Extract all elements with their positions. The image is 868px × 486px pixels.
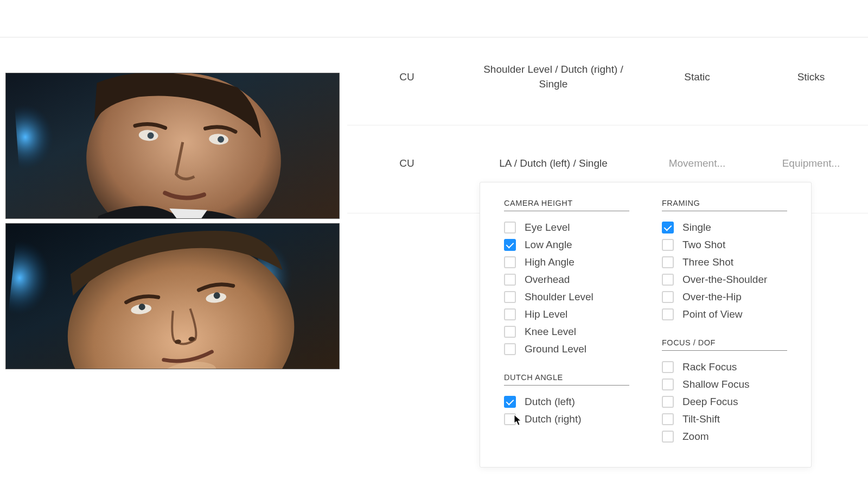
option-ground-level[interactable]: Ground Level xyxy=(504,340,629,358)
option-label: Two Shot xyxy=(682,239,725,251)
shot-size-value: CU xyxy=(399,71,414,83)
section-header-camera-height: CAMERA HEIGHT xyxy=(504,199,629,211)
row-divider xyxy=(347,125,868,125)
checkbox-over-the-hip[interactable] xyxy=(662,291,674,303)
checkbox-two-shot[interactable] xyxy=(662,239,674,251)
option-label: Shoulder Level xyxy=(525,291,593,303)
shot-equipment-placeholder: Equipment... xyxy=(782,157,840,169)
shot-movement-placeholder: Movement... xyxy=(669,157,726,169)
option-deep-focus[interactable]: Deep Focus xyxy=(662,393,787,411)
shot-row-2[interactable]: CU LA / Dutch (left) / Single Movement..… xyxy=(347,156,868,171)
checkbox-shallow-focus[interactable] xyxy=(662,378,674,390)
divider-top xyxy=(0,37,868,37)
option-label: Dutch (right) xyxy=(525,413,582,425)
shot-angle-value: Shoulder Level / Dutch (right) / Single xyxy=(483,64,623,90)
film-still-1[interactable] xyxy=(5,73,340,219)
option-label: Rack Focus xyxy=(682,361,737,373)
option-low-angle[interactable]: Low Angle xyxy=(504,236,629,254)
checkbox-dutch-left[interactable] xyxy=(504,396,516,408)
option-tilt-shift[interactable]: Tilt-Shift xyxy=(662,411,787,428)
option-label: Point of View xyxy=(682,308,743,320)
shot-equipment-cell[interactable]: Equipment... xyxy=(754,157,868,169)
option-two-shot[interactable]: Two Shot xyxy=(662,236,787,254)
shot-movement-cell[interactable]: Movement... xyxy=(640,157,754,169)
shot-equipment-cell[interactable]: Sticks xyxy=(754,71,868,83)
thumbnail-column xyxy=(5,73,340,374)
checkbox-high-angle[interactable] xyxy=(504,256,516,268)
shot-angle-value: LA / Dutch (left) / Single xyxy=(499,157,608,169)
option-three-shot[interactable]: Three Shot xyxy=(662,254,787,271)
checkbox-knee-level[interactable] xyxy=(504,326,516,338)
shot-size-value: CU xyxy=(399,157,414,169)
option-dutch-left[interactable]: Dutch (left) xyxy=(504,393,629,411)
option-label: Shallow Focus xyxy=(682,378,750,390)
option-over-the-shoulder[interactable]: Over-the-Shoulder xyxy=(662,271,787,288)
option-label: Over-the-Shoulder xyxy=(682,274,767,286)
film-still-2[interactable] xyxy=(5,223,340,369)
option-knee-level[interactable]: Knee Level xyxy=(504,323,629,340)
option-label: High Angle xyxy=(525,256,575,268)
shot-size-cell[interactable]: CU xyxy=(347,157,467,169)
shot-angle-cell[interactable]: Shoulder Level / Dutch (right) / Single xyxy=(467,62,640,91)
option-eye-level[interactable]: Eye Level xyxy=(504,219,629,236)
option-high-angle[interactable]: High Angle xyxy=(504,254,629,271)
shot-row-1[interactable]: CU Shoulder Level / Dutch (right) / Sing… xyxy=(347,62,868,91)
checkbox-low-angle[interactable] xyxy=(504,239,516,251)
checkbox-three-shot[interactable] xyxy=(662,256,674,268)
checkbox-tilt-shift[interactable] xyxy=(662,413,674,425)
option-rack-focus[interactable]: Rack Focus xyxy=(662,358,787,376)
option-dutch-right[interactable]: Dutch (right) xyxy=(504,411,629,428)
checkbox-ground-level[interactable] xyxy=(504,343,516,355)
option-shallow-focus[interactable]: Shallow Focus xyxy=(662,376,787,393)
panel-column-right: FRAMING SingleTwo ShotThree ShotOver-the… xyxy=(662,199,787,445)
checkbox-deep-focus[interactable] xyxy=(662,396,674,408)
option-zoom[interactable]: Zoom xyxy=(662,428,787,445)
option-shoulder-level[interactable]: Shoulder Level xyxy=(504,288,629,306)
checkbox-overhead[interactable] xyxy=(504,274,516,286)
option-label: Eye Level xyxy=(525,222,570,233)
option-overhead[interactable]: Overhead xyxy=(504,271,629,288)
option-label: Hip Level xyxy=(525,308,567,320)
shot-movement-value: Static xyxy=(684,71,710,83)
section-header-framing: FRAMING xyxy=(662,199,787,211)
option-label: Over-the-Hip xyxy=(682,291,742,303)
cursor-icon xyxy=(514,415,522,426)
checkbox-shoulder-level[interactable] xyxy=(504,291,516,303)
section-header-dutch-angle: DUTCH ANGLE xyxy=(504,373,629,386)
option-label: Ground Level xyxy=(525,343,586,355)
checkbox-hip-level[interactable] xyxy=(504,308,516,320)
option-label: Single xyxy=(682,222,711,233)
checkbox-single[interactable] xyxy=(662,222,674,233)
shot-movement-cell[interactable]: Static xyxy=(640,71,754,83)
option-label: Overhead xyxy=(525,274,570,286)
option-label: Knee Level xyxy=(525,326,576,338)
shot-angle-cell[interactable]: LA / Dutch (left) / Single xyxy=(467,156,640,171)
section-header-focus-dof: FOCUS / DOF xyxy=(662,338,787,351)
option-single[interactable]: Single xyxy=(662,219,787,236)
option-over-the-hip[interactable]: Over-the-Hip xyxy=(662,288,787,306)
checkbox-point-of-view[interactable] xyxy=(662,308,674,320)
option-point-of-view[interactable]: Point of View xyxy=(662,306,787,323)
checkbox-zoom[interactable] xyxy=(662,431,674,443)
checkbox-eye-level[interactable] xyxy=(504,222,516,233)
option-label: Deep Focus xyxy=(682,396,738,408)
option-label: Dutch (left) xyxy=(525,396,575,408)
shot-size-cell[interactable]: CU xyxy=(347,71,467,83)
shot-equipment-value: Sticks xyxy=(797,71,825,83)
option-hip-level[interactable]: Hip Level xyxy=(504,306,629,323)
option-label: Zoom xyxy=(682,431,709,443)
option-label: Tilt-Shift xyxy=(682,413,720,425)
option-label: Low Angle xyxy=(525,239,572,251)
checkbox-rack-focus[interactable] xyxy=(662,361,674,373)
option-label: Three Shot xyxy=(682,256,733,268)
checkbox-over-the-shoulder[interactable] xyxy=(662,274,674,286)
angle-options-panel: CAMERA HEIGHT Eye LevelLow AngleHigh Ang… xyxy=(480,182,812,468)
svg-rect-1 xyxy=(14,92,90,178)
panel-column-left: CAMERA HEIGHT Eye LevelLow AngleHigh Ang… xyxy=(504,199,629,445)
